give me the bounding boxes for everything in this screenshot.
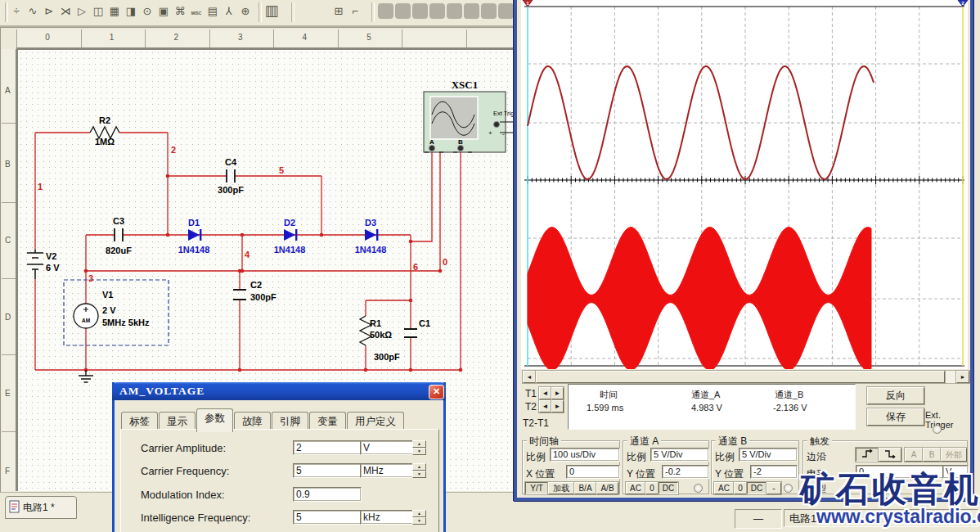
trigger-falling-edge-button[interactable]	[879, 448, 901, 462]
spinner-down-icon[interactable]: ▼	[412, 471, 426, 478]
trigger-rising-edge-button[interactable]	[856, 448, 879, 462]
dialog-field-spinner[interactable]: ▲▼	[412, 440, 426, 454]
channel-b-ypos-input[interactable]: -2	[750, 465, 798, 479]
channel-a-zero-button[interactable]: 0	[645, 482, 659, 494]
ruler-letter: E	[5, 389, 11, 398]
spinner-up-icon[interactable]: ▲	[412, 440, 426, 448]
ba-mode-button[interactable]: B/A	[574, 482, 596, 494]
hierarchical-block-icon[interactable]: ⊞	[330, 2, 347, 20]
timebase-scale-input[interactable]: 100 us/Div	[550, 448, 620, 462]
virtual-component-button[interactable]	[498, 3, 514, 19]
channel-b-radio[interactable]	[784, 484, 793, 493]
channel-b-zero-button[interactable]: 0	[734, 482, 747, 494]
dialog-title-bar[interactable]: AM_VOLTAGE ✕	[112, 382, 446, 400]
reverse-button[interactable]: 反向	[867, 387, 924, 404]
misc-digital-icon[interactable]: ◨	[123, 2, 139, 20]
spinner-down-icon[interactable]: ▼	[412, 448, 426, 455]
dialog-field-spinner[interactable]: ▲▼	[412, 463, 426, 477]
sources-icon[interactable]: ÷	[8, 2, 25, 20]
t2-left-button[interactable]: ◄	[539, 400, 551, 413]
channel-a-scale-input[interactable]: 5 V/Div	[650, 448, 709, 462]
trigger-group: 触发 边沿 A B 外部 电平 0 V 类型	[802, 440, 968, 494]
virtual-component-button[interactable]	[395, 3, 411, 19]
channel-a-dc-button[interactable]: DC	[659, 482, 678, 494]
misc-icon[interactable]: MISC	[188, 4, 205, 22]
cmos-icon[interactable]: ▦	[106, 2, 123, 20]
t2-right-button[interactable]: ►	[551, 400, 564, 413]
channel-b-scale-input[interactable]: 5 V/Div	[739, 448, 798, 462]
power-icon[interactable]: ⌘	[172, 2, 188, 20]
sheet-tab-label: 电路1 *	[23, 501, 55, 515]
virtual-component-button[interactable]	[464, 3, 479, 19]
trigger-source-b-button[interactable]: B	[923, 448, 941, 462]
readout-time-value: 1.599 ms	[587, 403, 623, 413]
rising-edge-icon	[861, 449, 873, 458]
electromechanical-icon[interactable]: ⊕	[237, 2, 254, 20]
ruler-number: 5	[361, 33, 377, 42]
dialog-field-unit[interactable]: kHz	[360, 510, 414, 525]
channel-a-ypos-input[interactable]: -0.2	[662, 465, 709, 479]
mcu-module-icon[interactable]: ▥	[263, 2, 280, 20]
virtual-component-button[interactable]	[412, 3, 428, 19]
status-cell-text: 电路1:	[784, 509, 978, 527]
channel-a-title: 通道 A	[627, 435, 661, 449]
scroll-left-button[interactable]: ◄	[523, 371, 536, 383]
add-mode-button[interactable]: 加载	[548, 482, 574, 494]
ruler-mark	[466, 29, 467, 47]
timebase-xpos-input[interactable]: 0	[566, 465, 620, 479]
trigger-level-input[interactable]: 0	[856, 465, 944, 479]
virtual-component-button[interactable]	[447, 3, 462, 19]
peripherals-icon[interactable]: ▤	[205, 2, 221, 20]
channel-b-minus-button[interactable]: -	[766, 482, 781, 494]
analog-icon[interactable]: ▷	[74, 2, 90, 20]
dialog-field-input[interactable]: 5	[293, 510, 362, 525]
dialog-field-unit[interactable]: V	[360, 440, 414, 455]
trigger-source-ext-button[interactable]: 外部	[941, 448, 967, 462]
scope-scrollbar[interactable]: ◄ ►	[522, 370, 970, 384]
transistor-icon[interactable]: ⋊	[57, 2, 74, 20]
trigger-type-label: 类型	[807, 482, 826, 496]
channel-b-ac-button[interactable]: AC	[714, 482, 734, 494]
ext-trigger-radio[interactable]	[933, 425, 942, 434]
ab-mode-button[interactable]: A/B	[596, 482, 618, 494]
dialog-field-input[interactable]: 5	[293, 463, 362, 478]
bus-icon[interactable]: ⌐	[347, 2, 363, 20]
mixed-icon[interactable]: ⊙	[139, 2, 155, 20]
component-toolbar: ÷∿⊳⋊▷◫▦◨⊙▣⌘MISC▤⅄⊕ ▥ ⊞⌐	[0, 0, 517, 27]
dialog-field-input[interactable]: 0.9	[293, 487, 362, 502]
rf-icon[interactable]: ⅄	[221, 2, 237, 20]
t2-t1-label: T2-T1	[523, 417, 549, 429]
virtual-component-button[interactable]	[481, 3, 497, 19]
sheet-tab-circuit1[interactable]: 电路1 *	[5, 496, 77, 519]
dialog-field-unit[interactable]: MHz	[360, 463, 414, 478]
dialog-field-spinner[interactable]: ▲▼	[412, 510, 426, 524]
close-icon[interactable]: ✕	[429, 385, 444, 399]
ruler-mark	[209, 29, 210, 47]
readout-time-header: 时间	[600, 389, 618, 401]
ruler-number: 1	[104, 33, 120, 42]
virtual-component-button[interactable]	[429, 3, 445, 19]
channel-a-ac-button[interactable]: AC	[626, 482, 645, 494]
yt-mode-button[interactable]: Y/T	[525, 482, 548, 494]
ruler-number: 3	[232, 33, 249, 42]
ttl-icon[interactable]: ◫	[90, 2, 106, 20]
trigger-source-a-button[interactable]: A	[905, 448, 923, 462]
virtual-component-button[interactable]	[378, 3, 393, 19]
dialog-tab-3[interactable]: 参数	[196, 408, 233, 432]
t1-right-button[interactable]: ►	[551, 387, 564, 399]
channel-a-radio[interactable]	[694, 484, 703, 493]
t1-left-button[interactable]: ◄	[539, 387, 551, 399]
basic-icon[interactable]: ∿	[25, 2, 41, 20]
trigger-level-unit[interactable]: V	[942, 465, 969, 479]
scroll-thumb[interactable]	[536, 371, 945, 383]
diode-icon[interactable]: ⊳	[41, 2, 57, 20]
scroll-right-button[interactable]: ►	[956, 371, 969, 383]
spinner-up-icon[interactable]: ▲	[412, 463, 426, 471]
dialog-field-input[interactable]: 2	[293, 440, 362, 455]
readout-channel-b-header: 通道_B	[775, 389, 803, 401]
indicator-icon[interactable]: ▣	[155, 2, 172, 20]
save-button[interactable]: 保存	[867, 408, 924, 426]
spinner-up-icon[interactable]: ▲	[412, 510, 426, 517]
channel-b-dc-button[interactable]: DC	[747, 482, 766, 494]
spinner-down-icon[interactable]: ▼	[412, 517, 426, 525]
